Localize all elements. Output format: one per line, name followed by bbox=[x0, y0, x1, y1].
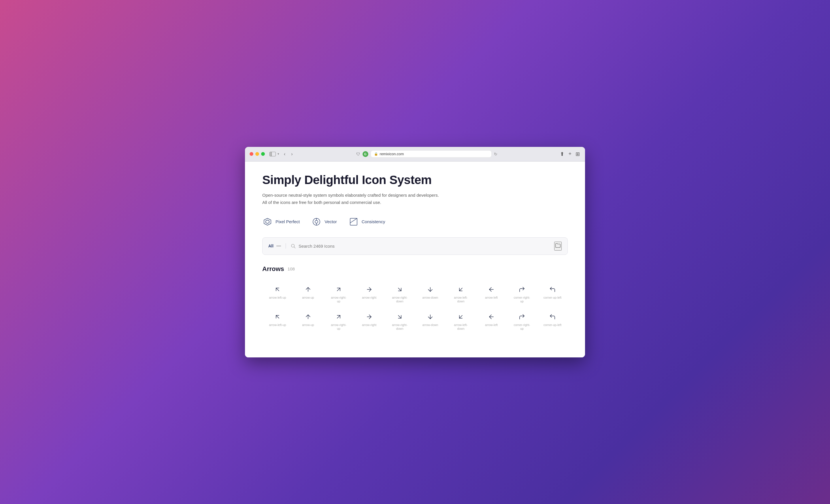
arrow-left-icon bbox=[487, 285, 496, 294]
list-item[interactable]: arrow-down bbox=[415, 281, 446, 308]
icon-label: arrow-left-up bbox=[269, 323, 286, 327]
list-item[interactable]: arrow-up bbox=[293, 308, 323, 336]
page-title: Simply Delightful Icon System bbox=[262, 173, 568, 187]
list-item[interactable]: arrow-left-down bbox=[446, 281, 476, 308]
browser-controls: ▾ bbox=[269, 152, 279, 156]
traffic-lights bbox=[250, 152, 265, 156]
icon-label: arrow-right bbox=[362, 296, 376, 300]
category-label: All bbox=[268, 244, 274, 248]
svg-line-22 bbox=[398, 315, 401, 318]
arrow-left-up-2-icon bbox=[274, 313, 282, 321]
list-item[interactable]: corner-right-up bbox=[507, 308, 537, 336]
list-item[interactable]: arrow-right-down bbox=[384, 308, 415, 336]
list-item[interactable]: arrow-left bbox=[476, 281, 507, 308]
svg-marker-1 bbox=[266, 220, 269, 224]
refresh-button[interactable]: ↻ bbox=[494, 152, 498, 156]
list-item[interactable]: arrow-right-up bbox=[323, 308, 354, 336]
list-item[interactable]: arrow-right bbox=[354, 281, 384, 308]
list-item[interactable]: corner-right-up bbox=[507, 281, 537, 308]
list-item[interactable]: arrow-down bbox=[415, 308, 446, 336]
svg-point-3 bbox=[315, 220, 318, 223]
vector-icon bbox=[311, 216, 322, 227]
back-button[interactable]: ‹ bbox=[283, 151, 286, 157]
hero-subtitle-2: All of the icons are free for both perso… bbox=[262, 199, 568, 206]
forward-button[interactable]: › bbox=[290, 151, 294, 157]
svg-line-10 bbox=[276, 288, 279, 291]
icon-label: arrow-up bbox=[302, 296, 314, 300]
list-item[interactable]: corner-up-left bbox=[537, 281, 568, 308]
icon-label: corner-right-up bbox=[514, 323, 530, 331]
folder-button[interactable] bbox=[554, 242, 562, 250]
arrow-up-2-icon bbox=[304, 313, 312, 321]
svg-line-9 bbox=[294, 247, 295, 248]
arrow-right-down-icon bbox=[396, 285, 404, 294]
arrows-section-header: Arrows 108 bbox=[262, 265, 568, 273]
search-input[interactable] bbox=[298, 244, 550, 248]
extension-icon: G bbox=[362, 151, 368, 157]
icon-label: arrow-left bbox=[485, 323, 498, 327]
toolbar-actions: ⬆ + ⊞ bbox=[560, 150, 580, 158]
icon-label: arrow-right-down bbox=[392, 296, 408, 304]
icons-row-1: arrow-left-up arrow-up arrow-right-up bbox=[262, 281, 568, 308]
corner-up-left-2-icon bbox=[548, 313, 556, 321]
close-button[interactable] bbox=[250, 152, 253, 156]
icon-label: corner-right-up bbox=[514, 296, 530, 304]
list-item[interactable]: arrow-left-up bbox=[262, 281, 293, 308]
pixel-perfect-label: Pixel Perfect bbox=[276, 219, 300, 224]
list-item[interactable]: arrow-right bbox=[354, 308, 384, 336]
minimize-button[interactable] bbox=[255, 152, 259, 156]
list-item[interactable]: arrow-left-down bbox=[446, 308, 476, 336]
category-minus-icon[interactable]: — bbox=[276, 243, 281, 248]
browser-window: ▾ ‹ › 🛡 G 🔒 remixicon.com ↻ ⬆ + ⊞ Simply… bbox=[245, 147, 585, 358]
arrow-down-2-icon bbox=[426, 313, 434, 321]
url-text: remixicon.com bbox=[380, 152, 404, 156]
new-tab-button[interactable]: + bbox=[568, 150, 572, 158]
icon-label: arrow-left-down bbox=[454, 323, 468, 331]
arrow-right-up-icon bbox=[334, 285, 343, 294]
icon-label: arrow-left bbox=[485, 296, 498, 300]
corner-up-left-icon bbox=[548, 285, 556, 294]
arrow-right-2-icon bbox=[365, 313, 373, 321]
lock-icon: 🔒 bbox=[374, 152, 378, 156]
list-item[interactable]: arrow-left-up bbox=[262, 308, 293, 336]
arrow-left-down-icon bbox=[457, 285, 465, 294]
arrow-right-icon bbox=[365, 285, 373, 294]
corner-right-up-icon bbox=[518, 285, 526, 294]
share-button[interactable]: ⬆ bbox=[560, 150, 565, 158]
feature-pixel-perfect: Pixel Perfect bbox=[262, 216, 300, 227]
arrow-left-up-icon bbox=[274, 285, 282, 294]
search-input-wrapper bbox=[290, 243, 550, 248]
svg-line-20 bbox=[337, 315, 340, 318]
tab-overview-button[interactable]: ⊞ bbox=[575, 150, 580, 158]
icon-label: arrow-up bbox=[302, 323, 314, 327]
feature-consistency: Consistency bbox=[348, 216, 385, 227]
icon-label: arrow-right-up bbox=[331, 296, 346, 304]
arrow-left-down-2-icon bbox=[457, 313, 465, 321]
list-item[interactable]: arrow-right-up bbox=[323, 281, 354, 308]
svg-line-7 bbox=[350, 218, 357, 223]
search-section: All — bbox=[262, 237, 568, 255]
address-bar[interactable]: 🔒 remixicon.com bbox=[371, 150, 492, 158]
maximize-button[interactable] bbox=[261, 152, 265, 156]
page-content: Simply Delightful Icon System Open-sourc… bbox=[245, 162, 585, 358]
chevron-down-icon: ▾ bbox=[278, 152, 279, 156]
arrow-down-icon bbox=[426, 285, 434, 294]
icons-row-2: arrow-left-up arrow-up arrow-right-up bbox=[262, 308, 568, 336]
icon-label: arrow-right-down bbox=[392, 323, 408, 331]
consistency-label: Consistency bbox=[362, 219, 385, 224]
sidebar-toggle-icon[interactable] bbox=[269, 152, 276, 156]
vector-label: Vector bbox=[324, 219, 337, 224]
pixel-perfect-icon bbox=[262, 216, 273, 227]
list-item[interactable]: arrow-up bbox=[293, 281, 323, 308]
section-count: 108 bbox=[288, 266, 295, 271]
list-item[interactable]: arrow-left bbox=[476, 308, 507, 336]
svg-line-12 bbox=[337, 288, 340, 291]
svg-rect-6 bbox=[350, 218, 357, 225]
svg-line-24 bbox=[459, 315, 462, 318]
icon-label: arrow-left-up bbox=[269, 296, 286, 300]
category-selector[interactable]: All — bbox=[268, 243, 286, 248]
list-item[interactable]: corner-up-left bbox=[537, 308, 568, 336]
svg-line-14 bbox=[398, 288, 401, 291]
icon-label: corner-up-left bbox=[544, 296, 562, 300]
list-item[interactable]: arrow-right-down bbox=[384, 281, 415, 308]
